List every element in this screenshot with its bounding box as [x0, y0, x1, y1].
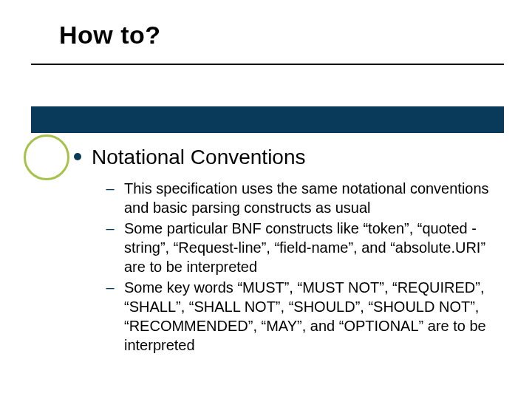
list-item-text: Some particular BNF constructs like “tok… — [124, 219, 510, 276]
title-underline — [31, 64, 504, 65]
dash-icon: – — [103, 278, 117, 297]
list-item-text: This specification uses the same notatio… — [124, 179, 510, 217]
bullet-heading: Notational Conventions — [74, 145, 510, 170]
title-area: How to? — [0, 0, 532, 50]
dash-icon: – — [103, 219, 117, 238]
bullet-heading-text: Notational Conventions — [92, 145, 306, 170]
dash-icon: – — [103, 179, 117, 198]
sub-bullet-list: – This specification uses the same notat… — [103, 179, 510, 355]
accent-bar — [31, 106, 504, 133]
list-item: – This specification uses the same notat… — [103, 179, 510, 217]
bullet-dot-icon — [74, 153, 81, 160]
slide-title: How to? — [59, 21, 532, 50]
list-item-text: Some key words “MUST”, “MUST NOT”, “REQU… — [124, 278, 510, 355]
content-area: Notational Conventions – This specificat… — [74, 145, 510, 356]
list-item: – Some particular BNF constructs like “t… — [103, 219, 510, 276]
list-item: – Some key words “MUST”, “MUST NOT”, “RE… — [103, 278, 510, 355]
slide: How to? Notational Conventions – This sp… — [0, 0, 532, 399]
circle-accent-icon — [24, 134, 69, 180]
